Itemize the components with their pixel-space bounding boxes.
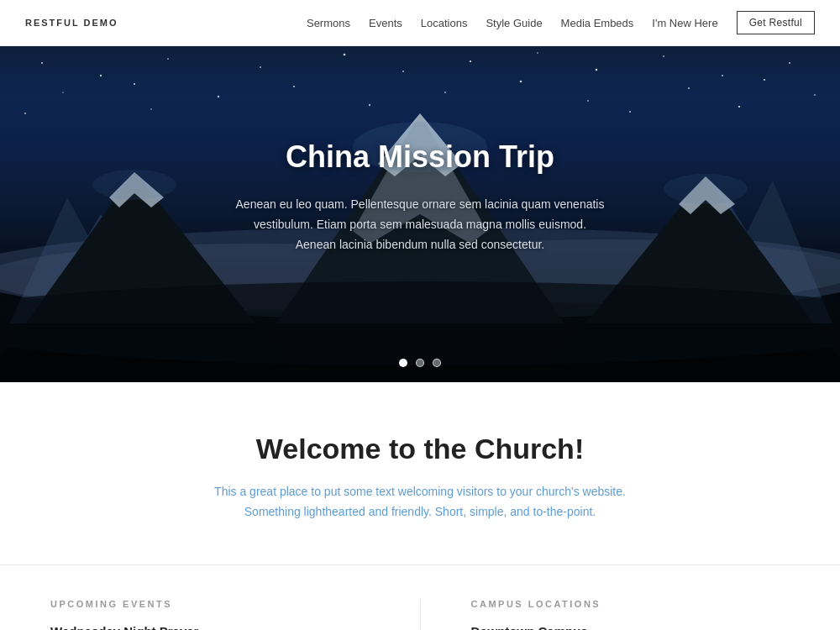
nav-new-here[interactable]: I'm New Here	[652, 17, 717, 29]
main-nav: Sermons Events Locations Style Guide Med…	[307, 11, 815, 34]
hero-dot-3[interactable]	[433, 359, 441, 367]
bottom-section: UPCOMING EVENTS Wednesday Night Prayer J…	[0, 564, 840, 630]
locations-column: CAMPUS LOCATIONS Downtown Campus 119 Wes…	[421, 599, 841, 630]
events-label: UPCOMING EVENTS	[50, 599, 370, 609]
site-logo: RESTFUL DEMO	[25, 18, 118, 28]
event-title: Wednesday Night Prayer	[50, 624, 370, 630]
hero-dot-1[interactable]	[399, 359, 407, 367]
nav-style-guide[interactable]: Style Guide	[486, 17, 542, 29]
hero-content: China Mission Trip Aenean eu leo quam. P…	[0, 46, 840, 382]
locations-label: CAMPUS LOCATIONS	[471, 599, 790, 609]
hero-title: China Mission Trip	[286, 139, 554, 175]
nav-locations[interactable]: Locations	[421, 17, 468, 29]
welcome-section: Welcome to the Church! This a great plac…	[0, 382, 840, 564]
nav-sermons[interactable]: Sermons	[307, 17, 350, 29]
hero-dot-2[interactable]	[416, 359, 424, 367]
welcome-text: This a great place to put some text welc…	[193, 482, 647, 522]
site-header: RESTFUL DEMO Sermons Events Locations St…	[0, 0, 840, 46]
hero-section: China Mission Trip Aenean eu leo quam. P…	[0, 46, 840, 382]
hero-dots	[399, 359, 441, 367]
events-column: UPCOMING EVENTS Wednesday Night Prayer J…	[0, 599, 421, 630]
hero-description: Aenean eu leo quam. Pellentesque ornare …	[235, 195, 605, 255]
campus-name: Downtown Campus	[471, 624, 790, 630]
welcome-title: Welcome to the Church!	[25, 433, 815, 465]
nav-events[interactable]: Events	[369, 17, 402, 29]
nav-media-embeds[interactable]: Media Embeds	[561, 17, 634, 29]
get-restful-button[interactable]: Get Restful	[737, 11, 815, 34]
